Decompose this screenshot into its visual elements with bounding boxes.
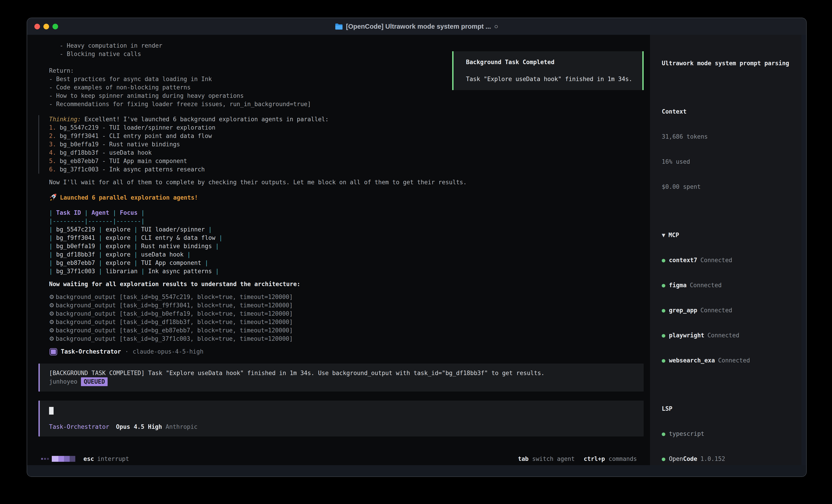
esc-key-hint: esc [83, 455, 94, 462]
context-heading: Context [662, 108, 795, 116]
mcp-item: ●figmaConnected [662, 281, 795, 289]
sidebar-content[interactable]: Ultrawork mode system prompt parsing Con… [650, 35, 802, 452]
tool-call-line: ⚙background_output [task_id=bg_37f1c003,… [49, 335, 644, 343]
text-cursor [49, 407, 54, 415]
table-row: | bg_37f1c003 | librarian | Ink async pa… [49, 267, 644, 276]
activity-indicator-icon: ○ [494, 23, 498, 30]
agent-icon [50, 348, 57, 355]
agent-name: Task-Orchestrator [61, 347, 121, 356]
gear-icon: ⚙ [49, 318, 54, 326]
gear-icon: ⚙ [49, 335, 54, 342]
window-title: [OpenCode] Ultrawork mode system prompt … [27, 18, 806, 35]
input-footer: Task-Orchestrator Opus 4.5 High Anthropi… [49, 423, 634, 431]
status-dot-icon: ● [662, 257, 666, 263]
context-spent: $0.00 spent [662, 183, 795, 191]
context-used: 16% used [662, 158, 795, 166]
gear-icon: ⚙ [49, 310, 54, 317]
gear-icon: ⚙ [49, 302, 54, 309]
transcript-line: - Recommendations for fixing loader free… [49, 100, 644, 108]
progress-spinner [41, 456, 75, 462]
app-version-footer: ● OpenCode 1.0.152 [650, 452, 802, 465]
status-dot-icon: ● [662, 307, 666, 314]
table-row: | bg_b0effa19 | explore | Rust native bi… [49, 242, 644, 250]
window-bottom-strip [27, 465, 806, 476]
background-task-message: [BACKGROUND TASK COMPLETED] Task "Explor… [38, 364, 644, 392]
thinking-label: Thinking: [49, 116, 81, 122]
toast-notification[interactable]: Background Task Completed Task "Explore … [452, 51, 644, 90]
chat-main-pane: - Heavy computation in render - Blocking… [27, 35, 650, 465]
traffic-lights [27, 24, 58, 29]
esc-key-label: interrupt [97, 455, 129, 462]
table-header-row: | Task ID | Agent | Focus | [49, 208, 644, 217]
gear-icon: ⚙ [49, 293, 54, 300]
transcript-line: - How to keep spinner animating during h… [49, 92, 644, 100]
notification-title: Background Task Completed [466, 58, 642, 66]
transcript[interactable]: - Heavy computation in render - Blocking… [27, 35, 650, 452]
lsp-heading: LSP [662, 404, 795, 413]
status-dot-icon: ● [662, 332, 666, 339]
table-row: | bg_f9ff3041 | explore | CLI entry & da… [49, 234, 644, 242]
status-dot-icon: ● [662, 455, 666, 463]
mcp-section-header[interactable]: ▼MCP [662, 231, 795, 240]
list-item: 5. bg_eb87ebb7 - TUI App main component [49, 157, 644, 165]
mcp-item: ●context7Connected [662, 256, 795, 264]
status-dot-icon: ● [662, 282, 666, 288]
ctrlp-key-label: commands [608, 455, 637, 462]
prompt-input[interactable]: Task-Orchestrator Opus 4.5 High Anthropi… [38, 400, 644, 437]
list-item: 1. bg_5547c219 - TUI loader/spinner expl… [49, 123, 644, 132]
rocket-icon [49, 193, 57, 201]
tool-call-line: ⚙background_output [task_id=bg_eb87ebb7,… [49, 326, 644, 335]
active-model[interactable]: Opus 4.5 High [116, 423, 162, 431]
zoom-button[interactable] [52, 24, 58, 29]
context-tokens: 31,686 tokens [662, 133, 795, 141]
session-title: Ultrawork mode system prompt parsing [662, 59, 795, 67]
tab-key-hint: tab [518, 455, 528, 462]
mcp-item: ●grep_appConnected [662, 306, 795, 314]
agent-model: claude-opus-4-5-high [133, 347, 204, 356]
username: junhoyeo [49, 378, 77, 385]
title-bar[interactable]: [OpenCode] Ultrawork mode system prompt … [27, 18, 806, 35]
table-row: | bg_df18bb3f | explore | useData hook | [49, 250, 644, 259]
launched-line: Launched 6 parallel exploration agents! [49, 193, 644, 202]
list-item: 3. bg_b0effa19 - Rust native bindings [49, 140, 644, 148]
window-padding-strip [802, 35, 806, 465]
list-item: 6. bg_37f1c003 - Ink async patterns rese… [49, 165, 644, 174]
agent-header: Task-Orchestrator · claude-opus-4-5-high [49, 347, 644, 356]
sidebar: Ultrawork mode system prompt parsing Con… [650, 35, 802, 465]
app-version: 1.0.152 [700, 455, 725, 463]
list-item: 4. bg_df18bb3f - useData hook [49, 148, 644, 157]
status-bar: esc interrupt tab switch agent ctrl+p co… [27, 452, 650, 465]
window-title-text: [OpenCode] Ultrawork mode system prompt … [346, 23, 491, 30]
message-meta: junhoyeoQUEUED [49, 377, 634, 386]
status-badge: QUEUED [81, 377, 108, 386]
thinking-block: Thinking: Excellent! I've launched 6 bac… [38, 115, 644, 174]
message-text: [BACKGROUND TASK COMPLETED] Task "Explor… [49, 369, 634, 377]
list-item: 2. bg_f9ff3041 - CLI entry point and dat… [49, 132, 644, 140]
table-separator-row: |---------|-------|-------| [49, 217, 644, 225]
mcp-item: ●websearch_exaConnected [662, 356, 795, 365]
model-provider: Anthropic [166, 423, 198, 431]
minimize-button[interactable] [44, 24, 49, 29]
mcp-item: ●playwrightConnected [662, 331, 795, 340]
table-row: | bg_5547c219 | explore | TUI loader/spi… [49, 225, 644, 234]
close-button[interactable] [34, 24, 40, 29]
gear-icon: ⚙ [49, 327, 54, 334]
chevron-down-icon: ▼ [662, 232, 666, 239]
app-name: Open [669, 455, 683, 463]
table-row: | bg_eb87ebb7 | explore | TUI App compon… [49, 259, 644, 267]
lsp-item: ●typescript [662, 430, 795, 438]
status-dot-icon: ● [662, 357, 666, 364]
ctrlp-key-hint: ctrl+p [584, 455, 605, 462]
transcript-line: - Heavy computation in render [49, 41, 644, 50]
thinking-line: Thinking: Excellent! I've launched 6 bac… [49, 115, 644, 123]
tool-call-line: ⚙background_output [task_id=bg_df18bb3f,… [49, 318, 644, 326]
tool-call-line: ⚙background_output [task_id=bg_5547c219,… [49, 293, 644, 301]
tab-key-label: switch agent [532, 455, 575, 462]
tool-call-line: ⚙background_output [task_id=bg_b0effa19,… [49, 310, 644, 318]
transcript-line: Now I'll wait for all of them to complet… [49, 178, 644, 187]
notification-body: Task "Explore useData hook" finished in … [466, 75, 642, 83]
status-dot-icon: ● [662, 430, 666, 437]
active-agent-name[interactable]: Task-Orchestrator [49, 423, 109, 431]
folder-icon [335, 23, 343, 30]
terminal-window: [OpenCode] Ultrawork mode system prompt … [27, 18, 807, 477]
